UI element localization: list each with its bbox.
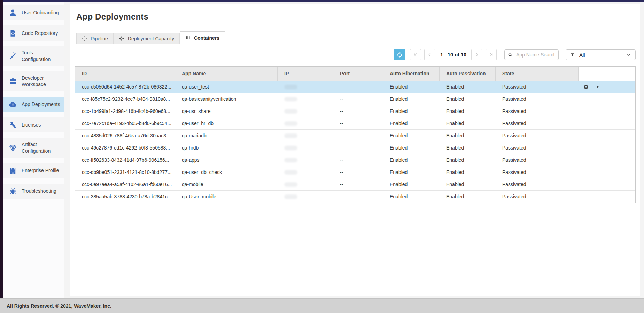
table-row[interactable]: ccc-0e97aea4-a5af-4102-86a1-fd60e16...qa…	[75, 178, 635, 191]
first-page-button[interactable]	[410, 49, 421, 60]
cell-port: --	[333, 178, 383, 190]
cell-actions	[579, 93, 635, 105]
cell-id: ccc-ff502633-8432-41d4-97b6-996156...	[75, 154, 175, 166]
app-name-search-box	[504, 49, 559, 60]
table-toolbar: 1 - 10 of 10 All	[75, 49, 636, 60]
pipeline-icon	[82, 36, 87, 41]
sidebar-item-app-deployments[interactable]: App Deployments	[3, 97, 64, 112]
sidebar-item-enterprise-profile[interactable]: Enterprise Profile	[3, 163, 64, 178]
table-row[interactable]: ccc-db9be051-2331-4121-8c10-8bd277...qa-…	[75, 166, 635, 178]
last-page-button[interactable]	[486, 49, 497, 60]
sidebar-item-developer-workspace[interactable]: Developer Workspace	[3, 71, 64, 92]
magic-wand-icon	[9, 52, 17, 60]
sidebar-item-label: Artifact Configuration	[22, 141, 63, 154]
sidebar-item-artifact-configuration[interactable]: Artifact Configuration	[3, 138, 64, 158]
sidebar-item-licenses[interactable]: Licenses	[3, 117, 64, 132]
user-icon	[9, 8, 17, 17]
sidebar-item-tools-configuration[interactable]: Tools Configuration	[3, 46, 64, 66]
sidebar-item-label: Code Repository	[22, 30, 58, 37]
top-accent-strip	[0, 0, 644, 2]
bug-icon	[9, 187, 17, 196]
tab-containers[interactable]: Containers	[180, 31, 225, 44]
row-settings-button[interactable]	[583, 84, 589, 90]
cell-app_name: qa-user_test	[175, 81, 278, 93]
cell-ip	[278, 191, 333, 203]
refresh-button[interactable]	[394, 49, 405, 60]
column-header-port: Port	[333, 67, 383, 81]
cell-auto_passivation: Enabled	[440, 142, 496, 154]
ip-redacted-blob	[284, 109, 297, 114]
cell-ip	[278, 142, 333, 154]
chevron-down-icon	[626, 52, 631, 58]
ip-redacted-blob	[284, 133, 297, 138]
key-icon	[9, 121, 17, 129]
cell-auto_passivation: Enabled	[440, 117, 496, 129]
cell-app_name: qa-hrdb	[175, 142, 278, 154]
tab-bar: PipelineDeployment CapacityContainers	[76, 31, 636, 44]
sidebar-item-user-onboarding[interactable]: User Onboarding	[3, 5, 64, 20]
cell-app_name: qa-apps	[175, 154, 278, 166]
prev-page-button[interactable]	[424, 49, 435, 60]
content-card: App Deployments PipelineDeployment Capac…	[70, 4, 640, 296]
cell-app_name: qa-usr_share	[175, 105, 278, 117]
filter-dropdown[interactable]: All	[566, 49, 636, 60]
cell-auto_passivation: Enabled	[440, 191, 496, 203]
cell-auto_passivation: Enabled	[440, 93, 496, 105]
cell-app_name: qa-mobile	[175, 178, 278, 190]
cell-actions	[579, 105, 635, 117]
table-row[interactable]: ccc-c5050d64-1452-4c57-872b-086322...qa-…	[75, 81, 635, 93]
cell-auto_passivation: Enabled	[440, 154, 496, 166]
table-row[interactable]: ccc-4835d026-788f-46ea-a76d-30aac3...qa-…	[75, 130, 635, 142]
cell-ip	[278, 154, 333, 166]
columns-icon	[185, 35, 191, 40]
table-row[interactable]: ccc-1b499fa1-2d98-416b-8c4b-960e68...qa-…	[75, 105, 635, 117]
tab-pipeline[interactable]: Pipeline	[76, 33, 114, 44]
cell-actions	[579, 130, 635, 142]
cell-port: --	[333, 117, 383, 129]
ip-redacted-blob	[284, 121, 297, 126]
cell-auto_hibernation: Enabled	[383, 81, 440, 93]
sidebar-item-troubleshooting[interactable]: Troubleshooting	[3, 184, 64, 199]
column-header-app-name: App Name	[175, 67, 278, 81]
cell-auto_hibernation: Enabled	[383, 191, 440, 203]
cell-auto_passivation: Enabled	[440, 178, 496, 190]
cell-auto_hibernation: Enabled	[383, 93, 440, 105]
table-row[interactable]: ccc-49c27876-ed1c-4292-b0f8-550588...qa-…	[75, 142, 635, 154]
tab-label: Deployment Capacity	[128, 36, 174, 41]
cell-state: Passivated	[496, 93, 579, 105]
cell-id: ccc-4835d026-788f-46ea-a76d-30aac3...	[75, 130, 175, 142]
ip-redacted-blob	[284, 97, 297, 101]
cell-app_name: qa-user_db_check	[175, 166, 278, 178]
table-row[interactable]: ccc-385aa5ab-3788-4230-b78a-b2841c...qa-…	[75, 191, 635, 203]
sidebar-item-label: Licenses	[22, 122, 41, 128]
cell-state: Passivated	[496, 142, 579, 154]
cell-port: --	[333, 191, 383, 203]
cell-state: Passivated	[496, 166, 579, 178]
cell-port: --	[333, 93, 383, 105]
ip-redacted-blob	[284, 182, 297, 187]
cell-auto_passivation: Enabled	[440, 105, 496, 117]
table-row[interactable]: ccc-7e72c1da-4193-4b05-b8d0-6b9c54...qa-…	[75, 117, 635, 130]
ip-redacted-blob	[284, 85, 297, 89]
column-header-auto-hibernation: Auto Hibernation	[383, 67, 440, 81]
filter-icon	[570, 52, 575, 58]
cell-auto_hibernation: Enabled	[383, 142, 440, 154]
table-row[interactable]: ccc-ff502633-8432-41d4-97b6-996156...qa-…	[75, 154, 635, 166]
row-start-button[interactable]	[595, 84, 600, 90]
search-input[interactable]	[515, 52, 556, 58]
search-icon	[507, 52, 513, 58]
sidebar: User OnboardingCode RepositoryTools Conf…	[3, 2, 64, 298]
code-file-icon	[9, 29, 17, 37]
column-header-actions	[579, 67, 635, 81]
table-row[interactable]: ccc-f85c75c2-9232-4ee7-b404-9810a8...qa-…	[75, 93, 635, 105]
cell-id: ccc-f85c75c2-9232-4ee7-b404-9810a8...	[75, 93, 175, 105]
cell-auto_hibernation: Enabled	[383, 117, 440, 129]
sidebar-nav: User OnboardingCode RepositoryTools Conf…	[3, 5, 64, 199]
tab-deployment-capacity[interactable]: Deployment Capacity	[114, 33, 180, 44]
main-content: App Deployments PipelineDeployment Capac…	[64, 2, 644, 298]
next-page-button[interactable]	[471, 49, 482, 60]
diamond-icon	[9, 144, 17, 152]
cell-auto_hibernation: Enabled	[383, 105, 440, 117]
cell-id: ccc-db9be051-2331-4121-8c10-8bd277...	[75, 166, 175, 178]
sidebar-item-code-repository[interactable]: Code Repository	[3, 25, 64, 41]
